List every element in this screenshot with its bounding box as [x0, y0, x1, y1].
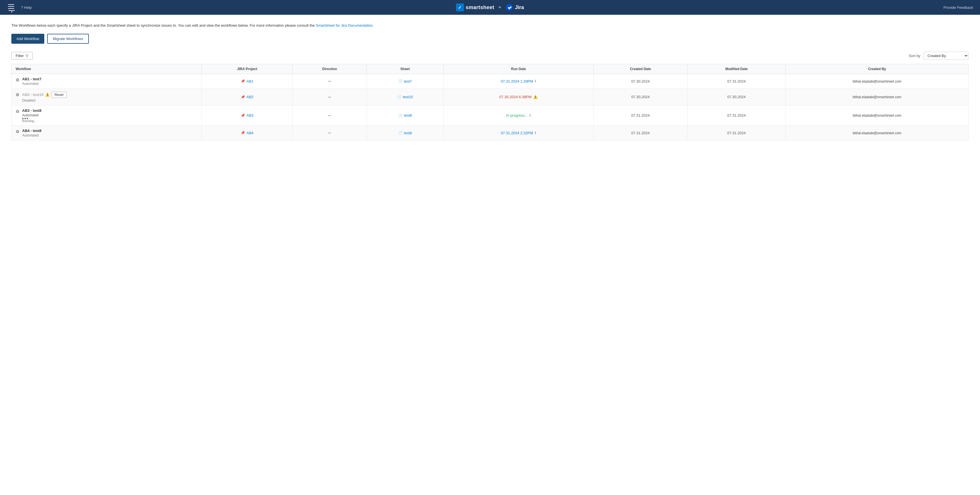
menu-button[interactable]: ▾ [7, 3, 16, 12]
workflow-cell: ⚙ AB1 - test7Automated [12, 74, 202, 89]
sheet-cell: 📄 test8 [366, 126, 444, 140]
sheet-link[interactable]: 📄 test8 [371, 113, 439, 118]
workflow-sub: Automated [22, 134, 41, 137]
run-warning-icon: ⚠️ [533, 95, 538, 99]
sheet-link[interactable]: 📄 test7 [371, 79, 439, 83]
description-body: The Workflows below each specify a JIRA … [11, 23, 315, 27]
doc-link[interactable]: Smartsheet for Jira Documentation. [316, 23, 374, 27]
workflow-name[interactable]: AB2 - test10 [22, 92, 43, 97]
workflow-name-cell: ⚙ AB4 - test8Automated [16, 129, 197, 137]
workflow-sub: Automated [22, 82, 41, 86]
header-left: ▾ ? Help [7, 3, 32, 12]
sort-by-label: Sort by [909, 54, 920, 58]
created-date-cell: 07.31.2024 [593, 126, 687, 140]
run-date-wrapper: 07.31.2024 1:29PM ℹ [448, 79, 589, 83]
description-text: The Workflows below each specify a JIRA … [11, 23, 969, 29]
run-date-value: In progress... [506, 113, 528, 118]
direction-cell: ↔ [293, 89, 366, 105]
provide-feedback-link[interactable]: Provide Feedback [943, 5, 973, 10]
created-date-cell: 07.31.2024 [593, 105, 687, 126]
modified-date-value: 07.31.2024 [727, 113, 746, 118]
chevron-down-icon: ▾ [8, 10, 15, 11]
help-label: ? Help [21, 5, 32, 10]
add-workflow-label: Add Workflow [16, 37, 39, 41]
direction-icon: ↔ [327, 79, 332, 83]
jira-pin-icon: 📌 [241, 131, 245, 135]
reset-button[interactable]: Reset [51, 92, 67, 98]
sheet-cell: 📄 test8 [366, 105, 444, 126]
info-icon[interactable]: ℹ [530, 113, 531, 118]
smartsheet-check-icon: ✓ [456, 3, 464, 11]
jira-project-link[interactable]: 📌 AB4 [206, 131, 289, 135]
jira-project-cell: 📌 AB2 [202, 89, 293, 105]
app-header: ▾ ? Help ✓ smartsheet + Jira Provide Fee… [0, 0, 980, 15]
workflow-name[interactable]: AB3 - test8 [22, 108, 41, 113]
info-icon[interactable]: ℹ [535, 79, 536, 83]
sheet-doc-icon: 📄 [397, 95, 401, 99]
created-by-cell: btihal.elaatabi@smartsheet.com [786, 89, 968, 105]
jira-project-link[interactable]: 📌 AB1 [206, 79, 289, 83]
gear-icon[interactable]: ⚙ [16, 78, 19, 83]
created-date-value: 07.30.2024 [631, 79, 649, 83]
main-content: The Workflows below each specify a JIRA … [0, 15, 980, 495]
add-workflow-button[interactable]: Add Workflow [11, 34, 44, 44]
run-date-wrapper: 07.30.2024 6:38PM ⚠️ [448, 95, 589, 99]
migrate-workflows-button[interactable]: Migrate Workflows [47, 34, 89, 44]
help-link[interactable]: ? Help [21, 5, 32, 10]
run-date-cell: In progress... ℹ [444, 105, 593, 126]
run-date-value: 07.31.2024 2:32PM [501, 131, 533, 135]
migrate-workflows-label: Migrate Workflows [53, 37, 83, 41]
created-date-cell: 07.30.2024 [593, 74, 687, 89]
created-date-value: 07.31.2024 [631, 113, 649, 118]
direction-icon: ↔ [327, 113, 332, 118]
direction-cell: ↔ [293, 126, 366, 140]
modified-date-value: 07.31.2024 [727, 131, 746, 135]
sheet-cell: 📄 test10 [366, 89, 444, 105]
created-by-email: btihal.elaatabi@smartsheet.com [853, 80, 902, 83]
gear-icon[interactable]: ⚙ [16, 92, 19, 97]
direction-icon: ↔ [327, 94, 332, 99]
modified-date-cell: 07.31.2024 [687, 74, 786, 89]
th-created-by: Created By [786, 64, 968, 74]
jira-project-cell: 📌 AB1 [202, 74, 293, 89]
workflow-row2-name-row: AB2 - test10 ⚠️ Reset [22, 92, 67, 98]
created-date-value: 07.30.2024 [631, 95, 649, 99]
run-date-cell: 07.30.2024 6:38PM ⚠️ [444, 89, 593, 105]
run-date-wrapper: 07.31.2024 2:32PM ℹ [448, 131, 589, 135]
th-modified-date: Modified Date [687, 64, 786, 74]
workflow-cell: ⚙ AB4 - test8Automated [12, 126, 202, 140]
filter-sort-row: Filter ▽ Sort by Created By Created Date… [11, 52, 969, 60]
direction-cell: ↔ [293, 105, 366, 126]
workflow-name[interactable]: AB4 - test8 [22, 129, 41, 133]
jira-project-link[interactable]: 📌 AB2 [206, 95, 289, 99]
run-date-wrapper: In progress... ℹ [448, 113, 589, 118]
action-buttons: Add Workflow Migrate Workflows [11, 34, 969, 44]
created-date-cell: 07.30.2024 [593, 89, 687, 105]
workflow-name-cell: ⚙ AB2 - test10 ⚠️ Reset Disabled [16, 92, 197, 102]
workflow-name-wrapper: AB4 - test8Automated [22, 129, 41, 137]
sheet-doc-icon: 📄 [398, 131, 402, 135]
th-workflow: Workflow [12, 64, 202, 74]
created-by-cell: btihal.elaatabi@smartsheet.com [786, 126, 968, 140]
smartsheet-text: smartsheet [466, 5, 494, 11]
jira-logo: Jira [505, 3, 524, 11]
plus-separator: + [498, 5, 501, 11]
jira-project-cell: 📌 AB3 [202, 105, 293, 126]
workflow-sub: Disabled [22, 99, 67, 102]
sheet-link[interactable]: 📄 test8 [371, 131, 439, 135]
workflow-cell: ⚙ AB3 - test8Automated Running... [12, 105, 202, 126]
info-icon[interactable]: ℹ [535, 131, 536, 135]
gear-icon[interactable]: ⚙ [16, 109, 19, 114]
sort-select[interactable]: Created By Created Date Modified Date Wo… [923, 52, 969, 60]
jira-project-link[interactable]: 📌 AB3 [206, 113, 289, 118]
sheet-link[interactable]: 📄 test10 [371, 95, 439, 99]
filter-button[interactable]: Filter ▽ [11, 52, 33, 60]
table-header: Workflow JIRA Project Direction Sheet Ru… [12, 64, 969, 74]
workflow-name-wrapper: AB2 - test10 ⚠️ Reset Disabled [22, 92, 67, 102]
doc-link-label: Smartsheet for Jira Documentation. [316, 23, 374, 27]
gear-icon[interactable]: ⚙ [16, 129, 19, 134]
modified-date-value: 07.30.2024 [727, 95, 746, 99]
workflow-name[interactable]: AB1 - test7 [22, 77, 41, 81]
created-by-cell: btihal.elaatabi@smartsheet.com [786, 74, 968, 89]
header-logo: ✓ smartsheet + Jira [456, 3, 524, 11]
